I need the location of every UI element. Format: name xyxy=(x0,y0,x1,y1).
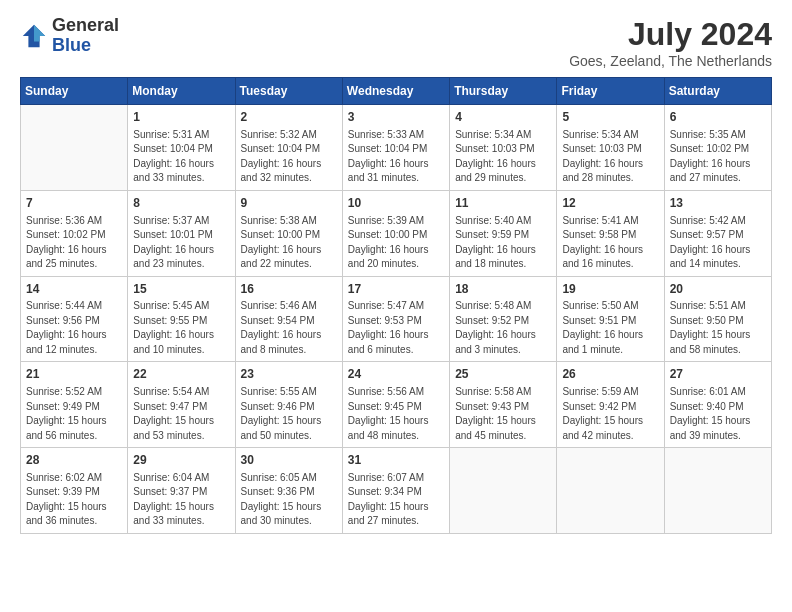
day-info: Sunrise: 5:59 AMSunset: 9:42 PMDaylight:… xyxy=(562,385,658,443)
calendar-cell: 17Sunrise: 5:47 AMSunset: 9:53 PMDayligh… xyxy=(342,276,449,362)
day-number: 10 xyxy=(348,195,444,212)
header-day-saturday: Saturday xyxy=(664,78,771,105)
day-info: Sunrise: 5:48 AMSunset: 9:52 PMDaylight:… xyxy=(455,299,551,357)
calendar-cell: 19Sunrise: 5:50 AMSunset: 9:51 PMDayligh… xyxy=(557,276,664,362)
week-row-1: 7Sunrise: 5:36 AMSunset: 10:02 PMDayligh… xyxy=(21,190,772,276)
day-number: 16 xyxy=(241,281,337,298)
header-day-sunday: Sunday xyxy=(21,78,128,105)
day-number: 4 xyxy=(455,109,551,126)
day-info: Sunrise: 5:55 AMSunset: 9:46 PMDaylight:… xyxy=(241,385,337,443)
calendar-cell: 23Sunrise: 5:55 AMSunset: 9:46 PMDayligh… xyxy=(235,362,342,448)
month-year-title: July 2024 xyxy=(569,16,772,53)
week-row-3: 21Sunrise: 5:52 AMSunset: 9:49 PMDayligh… xyxy=(21,362,772,448)
day-number: 11 xyxy=(455,195,551,212)
calendar-cell xyxy=(557,448,664,534)
calendar-body: 1Sunrise: 5:31 AMSunset: 10:04 PMDayligh… xyxy=(21,105,772,534)
day-number: 24 xyxy=(348,366,444,383)
calendar-cell xyxy=(450,448,557,534)
calendar-cell: 12Sunrise: 5:41 AMSunset: 9:58 PMDayligh… xyxy=(557,190,664,276)
calendar-cell: 14Sunrise: 5:44 AMSunset: 9:56 PMDayligh… xyxy=(21,276,128,362)
day-number: 19 xyxy=(562,281,658,298)
day-info: Sunrise: 5:38 AMSunset: 10:00 PMDaylight… xyxy=(241,214,337,272)
header-day-thursday: Thursday xyxy=(450,78,557,105)
header-day-wednesday: Wednesday xyxy=(342,78,449,105)
calendar-cell: 29Sunrise: 6:04 AMSunset: 9:37 PMDayligh… xyxy=(128,448,235,534)
day-info: Sunrise: 5:35 AMSunset: 10:02 PMDaylight… xyxy=(670,128,766,186)
calendar-cell: 6Sunrise: 5:35 AMSunset: 10:02 PMDayligh… xyxy=(664,105,771,191)
day-number: 15 xyxy=(133,281,229,298)
calendar-cell: 11Sunrise: 5:40 AMSunset: 9:59 PMDayligh… xyxy=(450,190,557,276)
day-info: Sunrise: 5:40 AMSunset: 9:59 PMDaylight:… xyxy=(455,214,551,272)
calendar-cell: 28Sunrise: 6:02 AMSunset: 9:39 PMDayligh… xyxy=(21,448,128,534)
day-info: Sunrise: 5:54 AMSunset: 9:47 PMDaylight:… xyxy=(133,385,229,443)
day-number: 21 xyxy=(26,366,122,383)
day-info: Sunrise: 5:41 AMSunset: 9:58 PMDaylight:… xyxy=(562,214,658,272)
header-day-tuesday: Tuesday xyxy=(235,78,342,105)
calendar-cell: 15Sunrise: 5:45 AMSunset: 9:55 PMDayligh… xyxy=(128,276,235,362)
day-info: Sunrise: 5:46 AMSunset: 9:54 PMDaylight:… xyxy=(241,299,337,357)
day-number: 18 xyxy=(455,281,551,298)
day-info: Sunrise: 5:52 AMSunset: 9:49 PMDaylight:… xyxy=(26,385,122,443)
day-number: 22 xyxy=(133,366,229,383)
calendar-cell: 27Sunrise: 6:01 AMSunset: 9:40 PMDayligh… xyxy=(664,362,771,448)
day-number: 28 xyxy=(26,452,122,469)
day-number: 8 xyxy=(133,195,229,212)
day-number: 2 xyxy=(241,109,337,126)
logo-icon xyxy=(20,22,48,50)
title-block: July 2024 Goes, Zeeland, The Netherlands xyxy=(569,16,772,69)
day-number: 23 xyxy=(241,366,337,383)
day-number: 17 xyxy=(348,281,444,298)
header-row: SundayMondayTuesdayWednesdayThursdayFrid… xyxy=(21,78,772,105)
day-number: 13 xyxy=(670,195,766,212)
week-row-0: 1Sunrise: 5:31 AMSunset: 10:04 PMDayligh… xyxy=(21,105,772,191)
day-info: Sunrise: 5:44 AMSunset: 9:56 PMDaylight:… xyxy=(26,299,122,357)
calendar-cell: 7Sunrise: 5:36 AMSunset: 10:02 PMDayligh… xyxy=(21,190,128,276)
calendar-cell: 3Sunrise: 5:33 AMSunset: 10:04 PMDayligh… xyxy=(342,105,449,191)
calendar-cell: 26Sunrise: 5:59 AMSunset: 9:42 PMDayligh… xyxy=(557,362,664,448)
day-info: Sunrise: 5:50 AMSunset: 9:51 PMDaylight:… xyxy=(562,299,658,357)
day-info: Sunrise: 6:01 AMSunset: 9:40 PMDaylight:… xyxy=(670,385,766,443)
calendar-table: SundayMondayTuesdayWednesdayThursdayFrid… xyxy=(20,77,772,534)
day-info: Sunrise: 5:34 AMSunset: 10:03 PMDaylight… xyxy=(455,128,551,186)
day-info: Sunrise: 5:42 AMSunset: 9:57 PMDaylight:… xyxy=(670,214,766,272)
calendar-cell: 22Sunrise: 5:54 AMSunset: 9:47 PMDayligh… xyxy=(128,362,235,448)
day-info: Sunrise: 5:34 AMSunset: 10:03 PMDaylight… xyxy=(562,128,658,186)
day-number: 25 xyxy=(455,366,551,383)
calendar-cell: 18Sunrise: 5:48 AMSunset: 9:52 PMDayligh… xyxy=(450,276,557,362)
day-number: 31 xyxy=(348,452,444,469)
calendar-cell: 24Sunrise: 5:56 AMSunset: 9:45 PMDayligh… xyxy=(342,362,449,448)
day-info: Sunrise: 5:37 AMSunset: 10:01 PMDaylight… xyxy=(133,214,229,272)
calendar-cell: 1Sunrise: 5:31 AMSunset: 10:04 PMDayligh… xyxy=(128,105,235,191)
day-number: 1 xyxy=(133,109,229,126)
calendar-cell: 2Sunrise: 5:32 AMSunset: 10:04 PMDayligh… xyxy=(235,105,342,191)
day-info: Sunrise: 5:32 AMSunset: 10:04 PMDaylight… xyxy=(241,128,337,186)
day-number: 3 xyxy=(348,109,444,126)
calendar-cell: 5Sunrise: 5:34 AMSunset: 10:03 PMDayligh… xyxy=(557,105,664,191)
week-row-2: 14Sunrise: 5:44 AMSunset: 9:56 PMDayligh… xyxy=(21,276,772,362)
logo-general-text: General xyxy=(52,16,119,36)
calendar-header: SundayMondayTuesdayWednesdayThursdayFrid… xyxy=(21,78,772,105)
calendar-cell: 31Sunrise: 6:07 AMSunset: 9:34 PMDayligh… xyxy=(342,448,449,534)
calendar-cell xyxy=(664,448,771,534)
day-info: Sunrise: 5:58 AMSunset: 9:43 PMDaylight:… xyxy=(455,385,551,443)
calendar-cell: 25Sunrise: 5:58 AMSunset: 9:43 PMDayligh… xyxy=(450,362,557,448)
calendar-cell: 21Sunrise: 5:52 AMSunset: 9:49 PMDayligh… xyxy=(21,362,128,448)
day-number: 12 xyxy=(562,195,658,212)
calendar-cell: 8Sunrise: 5:37 AMSunset: 10:01 PMDayligh… xyxy=(128,190,235,276)
day-info: Sunrise: 6:07 AMSunset: 9:34 PMDaylight:… xyxy=(348,471,444,529)
day-info: Sunrise: 6:04 AMSunset: 9:37 PMDaylight:… xyxy=(133,471,229,529)
calendar-cell: 10Sunrise: 5:39 AMSunset: 10:00 PMDaylig… xyxy=(342,190,449,276)
day-number: 27 xyxy=(670,366,766,383)
calendar-cell: 16Sunrise: 5:46 AMSunset: 9:54 PMDayligh… xyxy=(235,276,342,362)
day-number: 26 xyxy=(562,366,658,383)
calendar-cell: 20Sunrise: 5:51 AMSunset: 9:50 PMDayligh… xyxy=(664,276,771,362)
week-row-4: 28Sunrise: 6:02 AMSunset: 9:39 PMDayligh… xyxy=(21,448,772,534)
day-info: Sunrise: 5:47 AMSunset: 9:53 PMDaylight:… xyxy=(348,299,444,357)
day-info: Sunrise: 5:51 AMSunset: 9:50 PMDaylight:… xyxy=(670,299,766,357)
day-number: 20 xyxy=(670,281,766,298)
header-day-friday: Friday xyxy=(557,78,664,105)
day-number: 29 xyxy=(133,452,229,469)
day-number: 6 xyxy=(670,109,766,126)
day-info: Sunrise: 5:31 AMSunset: 10:04 PMDaylight… xyxy=(133,128,229,186)
location-text: Goes, Zeeland, The Netherlands xyxy=(569,53,772,69)
